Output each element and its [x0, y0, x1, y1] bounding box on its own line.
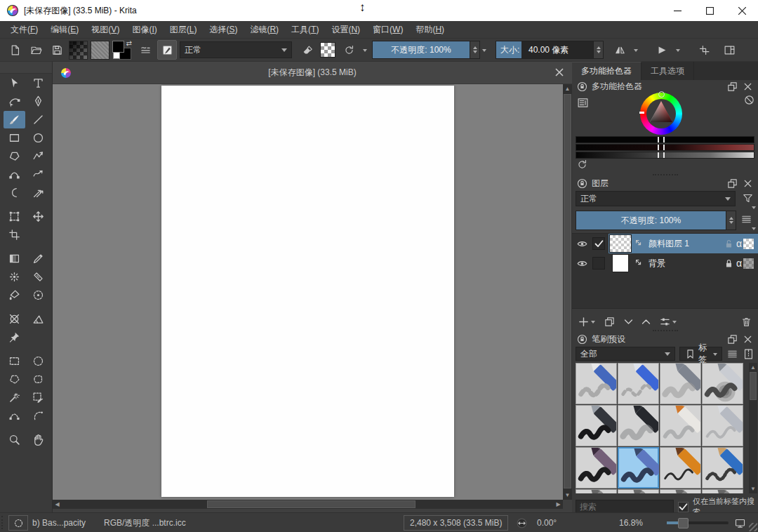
- menu-f[interactable]: 文件(F): [4, 24, 44, 36]
- opacity-spinner[interactable]: [470, 41, 480, 59]
- close-docker-icon[interactable]: [742, 81, 754, 93]
- menu-r[interactable]: 滤镜(R): [244, 24, 285, 36]
- brush-preset-brush-preset-16[interactable]: [702, 489, 743, 493]
- docker-lock-icon[interactable]: [576, 178, 588, 189]
- calligraphy-tool[interactable]: [27, 93, 49, 110]
- bezier-tool[interactable]: [4, 166, 25, 183]
- zoom-slider-handle[interactable]: [678, 518, 689, 528]
- rotation-value[interactable]: 0.00°: [537, 513, 557, 532]
- move-layer-up-button[interactable]: [640, 316, 652, 328]
- menu-t[interactable]: 工具(T): [285, 24, 325, 36]
- scroll-up-icon[interactable]: ▲: [563, 84, 572, 93]
- image-size[interactable]: 2,480 x 3,508 (33.5 MiB): [404, 513, 508, 532]
- multibrush-tool[interactable]: [27, 184, 49, 201]
- move-layer-down-button[interactable]: [623, 316, 634, 328]
- brush-preset-detail-marker[interactable]: [660, 405, 701, 446]
- brush-preset-soft-pencil[interactable]: [618, 405, 659, 446]
- layer-opacity-spinner[interactable]: [726, 211, 736, 230]
- pan-tool[interactable]: [27, 431, 49, 448]
- enclose-fill-tool[interactable]: [27, 286, 49, 304]
- brush-detail-view-icon[interactable]: [743, 348, 754, 360]
- gradient-tool[interactable]: [4, 250, 25, 267]
- layer-row[interactable]: 颜料图层 1 α: [572, 234, 758, 253]
- selector-settings-icon[interactable]: [577, 97, 589, 109]
- no-color-icon[interactable]: [743, 94, 755, 106]
- brush-preset-eraser-block[interactable]: [576, 363, 617, 404]
- brush-preset-airbrush-pen[interactable]: [702, 363, 743, 404]
- magnetic-select-tool[interactable]: [27, 407, 49, 425]
- layer-locked-icon[interactable]: [723, 258, 735, 270]
- select-tool[interactable]: [4, 74, 25, 92]
- crop-tool[interactable]: [4, 226, 25, 244]
- color-wheel[interactable]: [640, 93, 682, 135]
- canvas[interactable]: [161, 86, 454, 497]
- horizontal-scrollbar[interactable]: ◀ ▶: [53, 500, 563, 509]
- docker-lock-icon[interactable]: [576, 81, 588, 93]
- scroll-right-icon[interactable]: ▶: [554, 500, 563, 509]
- menu-w[interactable]: 窗口(W): [366, 24, 409, 36]
- size-spinner[interactable]: [594, 41, 604, 59]
- bezier-select-tool[interactable]: [4, 407, 25, 425]
- ellipse-select-tool[interactable]: [27, 352, 49, 370]
- layer-unlocked-icon[interactable]: [723, 238, 735, 250]
- swap-colors-icon[interactable]: ⇄: [126, 39, 132, 47]
- edit-brush-settings-button[interactable]: [157, 40, 177, 60]
- new-document-button[interactable]: [6, 41, 24, 59]
- contiguous-select-tool[interactable]: [4, 389, 25, 406]
- layer-checkbox[interactable]: [592, 257, 605, 270]
- layer-thumbnail[interactable]: [612, 254, 629, 272]
- layer-blend-mode-dropdown[interactable]: 正常: [576, 191, 736, 206]
- move-tool[interactable]: [27, 208, 49, 225]
- line-tool[interactable]: [27, 111, 49, 128]
- close-button[interactable]: [726, 0, 758, 21]
- layer-alpha-icon[interactable]: α: [736, 238, 742, 249]
- choose-brush-preset-button[interactable]: [136, 41, 154, 59]
- docker-lock-icon[interactable]: [576, 333, 588, 345]
- tab-tool-options[interactable]: 工具选项: [641, 62, 694, 80]
- fit-to-screen-icon[interactable]: [734, 513, 746, 532]
- window-resize-grip[interactable]: [749, 523, 757, 531]
- zoom-slider[interactable]: [667, 513, 729, 532]
- scroll-down-icon[interactable]: ▼: [749, 484, 757, 493]
- document-tab-bar[interactable]: [未保存图像] (33.5 MiB): [53, 62, 572, 84]
- close-document-icon[interactable]: [554, 67, 565, 78]
- brush-preview-box[interactable]: [8, 513, 28, 532]
- brush-filter-dropdown[interactable]: 全部: [576, 347, 675, 361]
- minimize-button[interactable]: [661, 0, 693, 21]
- shade-bar-1[interactable]: [576, 136, 754, 143]
- layer-alpha-icon[interactable]: α: [736, 258, 742, 269]
- ellipse-tool[interactable]: [27, 129, 49, 147]
- vertical-scrollbar[interactable]: ▲ ▼: [563, 84, 572, 500]
- brush-preset-orange-detail-brush[interactable]: [660, 447, 701, 488]
- zoom-value[interactable]: 16.8%: [619, 513, 643, 532]
- shade-bar-2[interactable]: [576, 144, 754, 151]
- inherit-alpha-icon[interactable]: [743, 258, 754, 269]
- polygon-tool[interactable]: [4, 147, 25, 165]
- brush-preset-fine-liner[interactable]: [702, 405, 743, 446]
- brush-preset-blue-pencil[interactable]: [702, 447, 743, 488]
- menu-i[interactable]: 图像(I): [126, 24, 163, 36]
- add-layer-caret[interactable]: [591, 321, 595, 326]
- poly-select-tool[interactable]: [4, 371, 25, 388]
- shade-bar-3[interactable]: [576, 152, 754, 159]
- edit-shapes-tool[interactable]: [4, 93, 25, 110]
- blending-mode-dropdown[interactable]: 正常: [180, 41, 292, 58]
- fill-tool[interactable]: [4, 286, 25, 304]
- layer-checkbox[interactable]: [592, 237, 605, 250]
- hue-marker[interactable]: [658, 91, 665, 98]
- rectangle-tool[interactable]: [4, 129, 25, 147]
- gradient-chooser[interactable]: [69, 41, 88, 60]
- mirror-horizontal-button[interactable]: [611, 41, 629, 59]
- brush-preset-ink-pen[interactable]: [576, 405, 617, 446]
- freehand-select-tool[interactable]: [27, 371, 49, 388]
- trim-to-image-button[interactable]: [695, 41, 713, 59]
- menu-h[interactable]: 帮助(H): [409, 24, 451, 36]
- freehand-brush-tool[interactable]: [4, 111, 25, 128]
- brush-preset-dark-paintbrush[interactable]: [576, 447, 617, 488]
- pattern-chooser[interactable]: [91, 41, 109, 60]
- brush-preset-brush-preset-15[interactable]: [660, 489, 701, 493]
- eraser-mode-button[interactable]: [298, 41, 316, 59]
- brush-scrollbar[interactable]: ▲ ▼: [749, 363, 757, 493]
- assistants-tool[interactable]: [4, 310, 25, 328]
- color-profile[interactable]: RGB/透明度 ...btrc.icc: [104, 513, 186, 532]
